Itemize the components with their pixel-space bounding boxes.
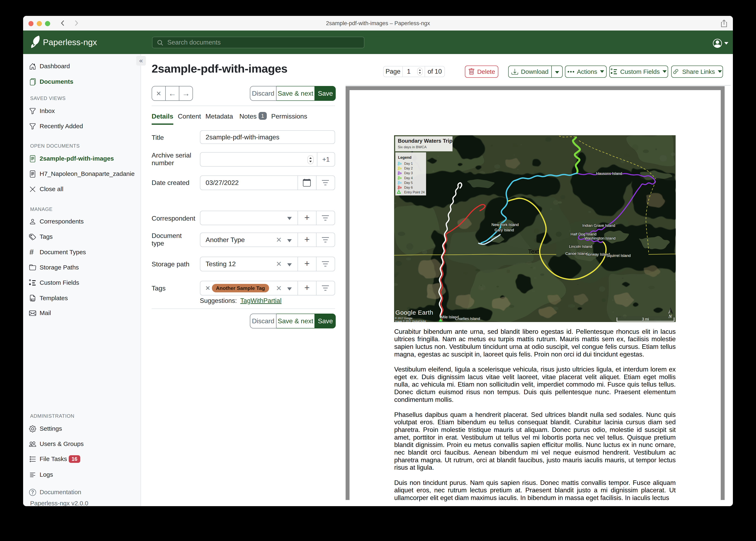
svg-text:New York Island: New York Island bbox=[492, 223, 519, 227]
svg-text:Hausons Island: Hausons Island bbox=[596, 171, 622, 176]
svg-text:Day 6: Day 6 bbox=[404, 186, 413, 189]
svg-text:Half Dog Island: Half Dog Island bbox=[571, 232, 597, 236]
svg-text:N: N bbox=[668, 313, 672, 319]
svg-text:Google Earth: Google Earth bbox=[395, 309, 433, 316]
svg-text:3 mi: 3 mi bbox=[642, 317, 649, 321]
svg-text:Indian Grave Island: Indian Grave Island bbox=[582, 223, 615, 228]
svg-text:Day 2: Day 2 bbox=[404, 167, 413, 170]
svg-text:Legend: Legend bbox=[398, 155, 411, 160]
svg-text:Text: Text bbox=[528, 248, 539, 255]
svg-text:Squirrel Island: Squirrel Island bbox=[607, 254, 631, 258]
svg-text:Day 5: Day 5 bbox=[404, 181, 413, 185]
svg-text:Charlies Island: Charlies Island bbox=[455, 316, 480, 321]
svg-text:Lincoln Island: Lincoln Island bbox=[569, 244, 592, 249]
svg-text:Boundary Waters Trip: Boundary Waters Trip bbox=[398, 138, 452, 144]
svg-text:Canoe Island: Canoe Island bbox=[565, 251, 588, 256]
svg-text:Image © 2017 DigitalGlobe: Image © 2017 DigitalGlobe bbox=[395, 320, 426, 322]
svg-text:© 2017 Google: © 2017 Google bbox=[395, 317, 412, 320]
svg-text:Gary Island: Gary Island bbox=[495, 228, 514, 232]
svg-text:Entry Point 24: Entry Point 24 bbox=[404, 191, 425, 194]
svg-text:Day 3: Day 3 bbox=[404, 171, 413, 175]
svg-text:Day 1: Day 1 bbox=[404, 162, 413, 165]
svg-text:Washington Island: Washington Island bbox=[585, 236, 616, 241]
svg-text:Six days in BWCA: Six days in BWCA bbox=[398, 145, 427, 149]
svg-text:Day 4: Day 4 bbox=[404, 176, 413, 180]
